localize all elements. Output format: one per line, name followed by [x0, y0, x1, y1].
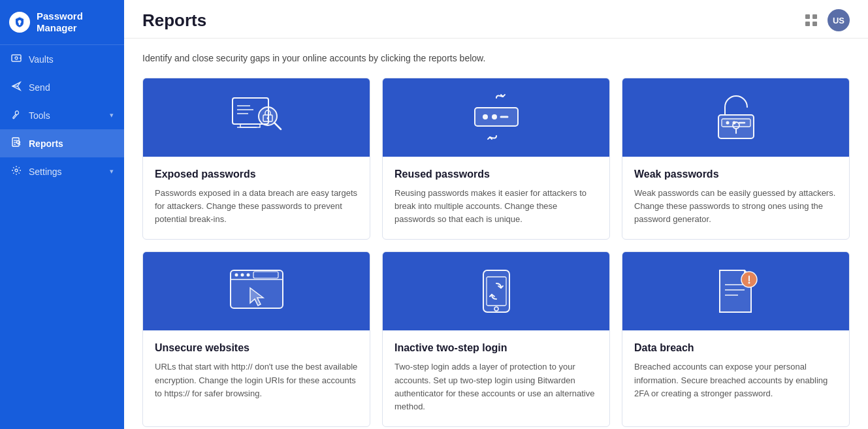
reports-icon: [10, 137, 22, 150]
settings-icon: [10, 165, 22, 178]
vault-icon: [10, 53, 22, 65]
send-label: Send: [29, 82, 50, 93]
svg-point-12: [15, 169, 18, 172]
tools-chevron-icon: ▾: [110, 111, 114, 119]
page-subtitle: Identify and close security gaps in your…: [142, 53, 850, 63]
reused-passwords-desc: Reusing passwords makes it easier for at…: [394, 187, 598, 226]
report-card-weak-passwords[interactable]: Weak passwords Weak passwords can be eas…: [622, 78, 850, 240]
page-title: Reports: [142, 10, 206, 31]
svg-point-28: [483, 114, 488, 119]
exposed-passwords-banner: [143, 78, 370, 157]
svg-rect-13: [805, 14, 810, 19]
sidebar-item-tools[interactable]: Tools ▾: [0, 101, 124, 129]
svg-line-24: [274, 123, 281, 129]
weak-passwords-body: Weak passwords Weak passwords can be eas…: [622, 157, 849, 239]
sidebar-header: Password Manager: [0, 0, 124, 45]
svg-point-36: [732, 121, 735, 125]
reused-passwords-banner: [383, 78, 609, 157]
grid-view-button[interactable]: [804, 13, 818, 27]
sidebar: Password Manager Vaults Send: [0, 0, 124, 429]
app-logo: [9, 12, 30, 33]
inactive-two-step-title: Inactive two-step login: [394, 342, 598, 354]
svg-point-41: [240, 274, 244, 277]
unsecure-websites-title: Unsecure websites: [155, 342, 358, 354]
data-breach-banner: [622, 252, 849, 330]
weak-passwords-title: Weak passwords: [634, 168, 837, 180]
sidebar-item-send[interactable]: Send: [0, 73, 124, 101]
content-area: Identify and close security gaps in your…: [124, 39, 868, 429]
report-card-reused-passwords[interactable]: Reused passwords Reusing passwords makes…: [382, 78, 610, 240]
svg-point-40: [234, 274, 238, 277]
user-avatar[interactable]: US: [828, 9, 850, 31]
svg-rect-16: [812, 22, 817, 26]
weak-passwords-banner: [622, 78, 849, 157]
exposed-passwords-desc: Passwords exposed in a data breach are e…: [155, 187, 358, 226]
unsecure-websites-desc: URLs that start with http:// don't use t…: [155, 360, 358, 400]
send-icon: [10, 81, 22, 93]
svg-rect-1: [19, 23, 21, 25]
report-card-exposed-passwords[interactable]: Exposed passwords Passwords exposed in a…: [142, 78, 370, 240]
tools-label: Tools: [29, 110, 50, 121]
sidebar-item-reports[interactable]: Reports: [0, 129, 124, 157]
reused-passwords-title: Reused passwords: [394, 168, 598, 180]
reports-label: Reports: [29, 138, 63, 149]
exposed-passwords-title: Exposed passwords: [155, 168, 358, 180]
weak-passwords-desc: Weak passwords can be easily guessed by …: [634, 187, 837, 226]
svg-point-29: [492, 114, 497, 119]
vaults-label: Vaults: [29, 54, 54, 65]
main-content: Reports US Identify and close security g…: [124, 0, 868, 429]
report-card-unsecure-websites[interactable]: Unsecure websites URLs that start with h…: [142, 251, 370, 427]
data-breach-body: Data breach Breached accounts can expose…: [622, 330, 849, 413]
topbar-right: US: [804, 9, 850, 31]
svg-point-26: [266, 118, 268, 119]
svg-point-3: [15, 57, 18, 59]
inactive-two-step-banner: [383, 252, 609, 330]
reused-passwords-body: Reused passwords Reusing passwords makes…: [383, 157, 609, 239]
settings-chevron-icon: ▾: [110, 167, 114, 176]
data-breach-desc: Breached accounts can expose your person…: [634, 360, 837, 400]
svg-rect-14: [812, 14, 817, 19]
exposed-passwords-body: Exposed passwords Passwords exposed in a…: [143, 157, 370, 239]
reports-grid: Exposed passwords Passwords exposed in a…: [142, 78, 850, 427]
data-breach-title: Data breach: [634, 342, 837, 354]
sidebar-item-vaults[interactable]: Vaults: [0, 45, 124, 73]
report-card-data-breach[interactable]: Data breach Breached accounts can expose…: [622, 251, 850, 427]
app-title: Password Manager: [37, 10, 115, 34]
settings-label: Settings: [29, 167, 62, 177]
svg-point-52: [748, 282, 750, 284]
svg-rect-2: [12, 55, 21, 61]
tools-icon: [10, 109, 22, 121]
unsecure-websites-body: Unsecure websites URLs that start with h…: [143, 330, 370, 413]
sidebar-nav: Vaults Send Tools ▾: [0, 45, 124, 185]
inactive-two-step-body: Inactive two-step login Two-step login a…: [383, 330, 609, 426]
sidebar-item-settings[interactable]: Settings ▾: [0, 157, 124, 185]
svg-point-42: [246, 274, 249, 277]
unsecure-websites-banner: [143, 252, 370, 330]
svg-rect-15: [805, 22, 810, 26]
svg-point-35: [726, 121, 729, 125]
topbar: Reports US: [124, 0, 868, 39]
report-card-inactive-two-step[interactable]: Inactive two-step login Two-step login a…: [382, 251, 610, 427]
inactive-two-step-desc: Two-step login adds a layer of protectio…: [394, 360, 598, 413]
